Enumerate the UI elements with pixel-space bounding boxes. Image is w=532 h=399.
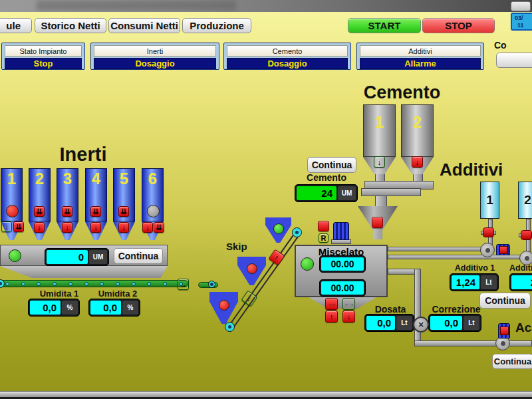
mixer-stop-button[interactable] [318, 221, 329, 231]
mixer-open-button[interactable]: ←→ [342, 298, 355, 310]
silo-number: 1 [1, 170, 22, 188]
correzione-value: 0,0 [430, 316, 462, 330]
double-down-arrow-icon: ⇊ [15, 223, 21, 231]
additivi-valve-2[interactable] [521, 230, 532, 240]
additivi-valve-1[interactable] [483, 227, 494, 237]
additivi-pump-1-motor [496, 244, 510, 255]
mixer-up-button[interactable]: ↑ [325, 311, 338, 323]
toolbar-button-partial[interactable]: ule [0, 18, 32, 33]
mixer-display-top: 00.00 [319, 255, 366, 273]
additivo-2-display: 2,01 [509, 273, 532, 291]
conveyor-roller [84, 282, 88, 286]
tank-number: 1 [486, 193, 493, 207]
double-down-arrow-icon: ⇊ [120, 207, 126, 216]
mixer-close-button[interactable]: →← [325, 298, 338, 310]
additivo-1-pipe [388, 247, 489, 251]
mixer-down-button[interactable]: ↓ [342, 311, 355, 323]
acqua-title: Acqua [515, 321, 532, 335]
silo-4-vibrate-button[interactable]: ⇊ [90, 206, 101, 217]
toolbar-button-produzione[interactable]: Produzione [182, 18, 251, 33]
acqua-continua-button[interactable]: Continua [492, 354, 532, 369]
cemento-hopper-gate-button[interactable] [372, 217, 383, 228]
umidita-2-label: Umidita 2 [83, 289, 152, 299]
double-down-arrow-icon: ⇊ [64, 207, 70, 216]
water-valve[interactable]: × [413, 317, 429, 332]
close-arrows-icon: →← [327, 301, 336, 307]
additivo-1-label: Additivo 1 [449, 263, 501, 273]
up-arrow-icon: ↑ [273, 253, 280, 262]
conveyor-forward-button[interactable]: → [178, 279, 189, 290]
double-down-arrow-icon: ⇊ [92, 207, 98, 216]
cemento-silo-1-gate-button[interactable]: ↓ [374, 156, 385, 168]
inerti-title: Inerti [17, 144, 150, 166]
cemento-silo-1: 1 [363, 104, 396, 157]
toolbar-button-consumi-netti[interactable]: Consumi Netti [108, 18, 180, 33]
dosata-unit: Lt [396, 316, 412, 330]
toolbar-button-storico-netti[interactable]: Storico Netti [35, 18, 106, 33]
down-arrow-icon: ↓ [94, 223, 98, 231]
stop-button[interactable]: STOP [422, 18, 495, 33]
conveyor-roller [147, 282, 151, 286]
umidita-1-value: 0,0 [30, 301, 61, 315]
status-panel-additivi: Additivi Allarme [356, 43, 484, 70]
additivi-pump-2 [519, 251, 532, 265]
additivi-continua-button[interactable]: Continua [479, 293, 531, 309]
conveyor-roller [132, 282, 136, 286]
mixer-display-bottom-value: 00.00 [321, 281, 364, 295]
conveyor-roller [163, 282, 167, 286]
additivo-2-value: 2,01 [511, 275, 532, 289]
inerti-status-light [9, 249, 21, 262]
additivo-1-value: 1,24 [452, 275, 479, 289]
silo-number: 2 [29, 170, 50, 188]
skip-pulley-bottom [225, 322, 235, 332]
cemento-continua-button[interactable]: Continua [307, 157, 356, 173]
inerti-continua-button[interactable]: Continua [114, 248, 163, 264]
silo-6-status-light [147, 205, 160, 217]
up-arrow-icon: ↑ [330, 313, 334, 321]
silo-6-gate-button[interactable]: ↓ [142, 222, 153, 233]
cemento-silo-2-gate-button[interactable]: ↓ [412, 156, 423, 168]
silo-3-vibrate-button[interactable]: ⇊ [62, 206, 72, 217]
cemento-silo-2: 2 [401, 104, 434, 157]
additivi-title: Additivi [440, 160, 532, 180]
silo-1-vibrate-button[interactable]: ⇊ [13, 221, 24, 232]
silo-2-vibrate-button[interactable]: ⇊ [34, 206, 45, 217]
start-button[interactable]: START [348, 18, 421, 33]
down-arrow-icon: ↓ [5, 223, 9, 231]
water-main-pipe [414, 340, 532, 346]
silo-2-gate-button[interactable]: ↓ [34, 222, 45, 233]
additivo-2-pipe [388, 255, 527, 259]
correzione-label: Correzione [424, 304, 488, 315]
mixer-display-top-value: 00.00 [321, 257, 364, 271]
silo-1-gate-button[interactable]: ↓ [1, 221, 12, 232]
reset-icon: R [321, 234, 327, 242]
mixer-reset-button[interactable]: R [319, 233, 329, 243]
status-panel-value: Dosaggio [94, 58, 216, 69]
silo-5-gate-button[interactable]: ↓ [118, 222, 129, 233]
cemento-title: Cemento [331, 82, 473, 103]
skip-label: Skip [226, 241, 247, 252]
status-panel-value: Dosaggio [227, 58, 348, 69]
umidita-1-unit: % [62, 301, 78, 315]
skip-bucket-bottom-light [219, 300, 229, 311]
comandi-button[interactable] [496, 53, 532, 68]
inerti-weight-value: 0 [47, 250, 88, 264]
window-control-button[interactable] [511, 1, 531, 11]
silo-3-gate-button[interactable]: ↓ [62, 222, 72, 233]
status-panel-label: Additivi [360, 45, 481, 57]
skip-pulley-top [292, 227, 302, 237]
down-arrow-icon: ↓ [347, 313, 351, 321]
tank-number: 2 [524, 193, 531, 207]
down-arrow-icon: ↓ [245, 295, 253, 303]
water-riser-pipe [414, 269, 421, 345]
silo-5-vibrate-button[interactable]: ⇊ [118, 206, 129, 217]
silo-4-gate-button[interactable]: ↓ [90, 222, 101, 233]
status-panel-label: Cemento [227, 45, 348, 57]
mixer-status-light [301, 257, 314, 271]
silo-6-vibrate-button[interactable]: ⇊ [154, 222, 164, 233]
hmi-screen: ule Storico Netti Consumi Netti Produzio… [0, 0, 532, 399]
inerti-conveyor-belt [0, 280, 188, 287]
cemento-weight-value: 24 [297, 186, 336, 200]
valve-x-icon: × [418, 319, 424, 330]
silo-number: 2 [402, 113, 433, 132]
